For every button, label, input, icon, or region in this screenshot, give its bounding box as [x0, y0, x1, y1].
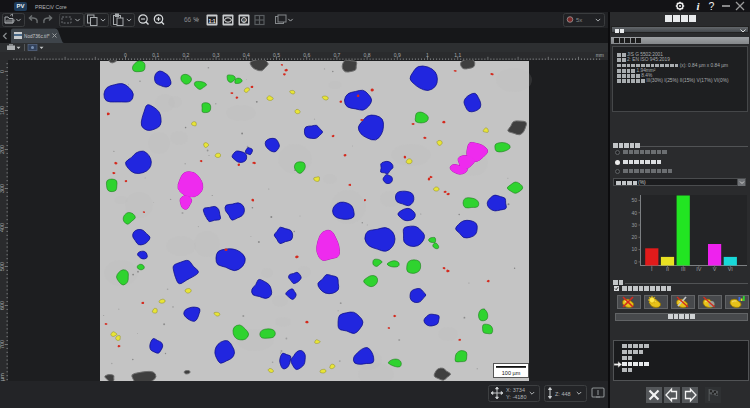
svg-text:0.8: 0.8: [364, 52, 371, 58]
svg-text:0: 0: [124, 52, 127, 58]
svg-text:1: 1: [426, 52, 429, 58]
svg-text:200: 200: [0, 145, 5, 154]
svg-text:Nod736c.tif*: Nod736c.tif*: [24, 34, 50, 39]
svg-text:1:1: 1:1: [208, 18, 215, 24]
svg-text:0.7: 0.7: [333, 52, 340, 58]
svg-text:mm: mm: [596, 52, 604, 58]
svg-text:0.3: 0.3: [213, 52, 220, 58]
svg-text:400: 400: [0, 223, 5, 232]
svg-text:µm: µm: [0, 373, 5, 381]
svg-text:5x: 5x: [576, 17, 582, 23]
svg-text:0: 0: [634, 259, 637, 265]
svg-text:300: 300: [0, 184, 5, 193]
svg-text:66 %: 66 %: [184, 16, 199, 23]
svg-text:50: 50: [631, 197, 637, 203]
svg-text:0.9: 0.9: [394, 52, 401, 58]
svg-text:600: 600: [0, 301, 5, 310]
svg-text:40: 40: [631, 210, 637, 216]
svg-text:1.1: 1.1: [454, 52, 461, 58]
svg-text:?: ?: [709, 0, 715, 12]
svg-text:100: 100: [0, 106, 5, 115]
svg-text:0.4: 0.4: [243, 52, 250, 58]
svg-text:0.6: 0.6: [303, 52, 310, 58]
svg-text:i: i: [697, 0, 701, 12]
svg-text:Z: 448: Z: 448: [555, 391, 571, 397]
svg-text:0.5: 0.5: [273, 52, 280, 58]
svg-text:0.1: 0.1: [152, 52, 159, 58]
svg-text:20: 20: [631, 234, 637, 240]
svg-text:500: 500: [0, 262, 5, 271]
svg-text:100 µm: 100 µm: [502, 370, 521, 376]
svg-text:0: 0: [0, 70, 5, 73]
svg-text:Y: -4180: Y: -4180: [506, 394, 527, 400]
svg-text:0.2: 0.2: [182, 52, 189, 58]
svg-text:700: 700: [0, 340, 5, 349]
svg-text:10: 10: [631, 246, 637, 252]
svg-text:30: 30: [631, 222, 637, 228]
svg-text:X: 3734: X: 3734: [506, 387, 525, 393]
